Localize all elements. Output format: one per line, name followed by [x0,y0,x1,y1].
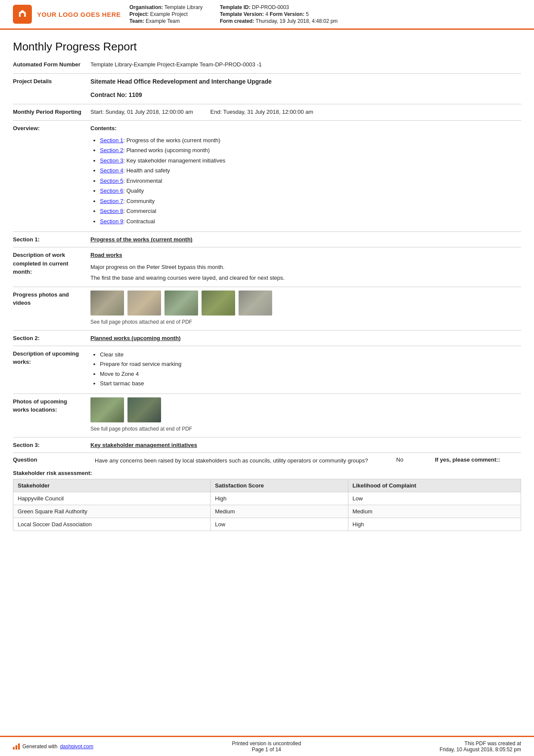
contents-item: Section 5: Environmental [100,177,521,185]
overview-label: Overview: [13,124,90,133]
question-text: Have any concerns been raised by local s… [95,456,392,465]
contents-link[interactable]: Section 1 [100,137,123,144]
description-work-label: Description of work completed in current… [13,251,90,276]
footer-link[interactable]: dashpivot.com [60,744,93,750]
section1-title: Progress of the works (current month) [90,236,192,243]
form-created-field: Form created: Thursday, 19 July 2018, 4:… [220,18,338,24]
contents-link[interactable]: Section 2 [100,147,123,153]
progress-photos-label: Progress photos and videos [13,291,90,307]
contents-link[interactable]: Section 5 [100,178,123,184]
contents-item: Section 1: Progress of the works (curren… [100,136,521,145]
footer-right-line2: Friday, 10 August 2018, 8:05:52 pm [440,747,521,753]
description-work-row: Description of work completed in current… [13,251,521,282]
footer-left: Generated with dashpivot.com [13,744,93,750]
header-meta-right: Template ID: DP-PROD-0003 Template Versi… [220,4,338,24]
table-header: Stakeholder [13,479,211,492]
upcoming-works-item: Prepare for road service marking [100,360,521,369]
upcoming-works-label: Description of upcoming works: [13,350,90,366]
contents-item: Section 3: Key stakeholder management in… [100,156,521,165]
contents-link[interactable]: Section 8 [100,208,123,214]
page-footer: Generated with dashpivot.com Printed ver… [0,736,534,756]
contents-desc: : Planned works (upcoming month) [123,147,210,153]
divider-2 [13,104,521,104]
photo-thumb-3 [165,291,198,316]
main-content: Monthly Progress Report Automated Form N… [0,30,534,736]
progress-photos-row: Progress photos and videos See full page… [13,291,521,326]
footer-center-line2: Page 1 of 14 [232,747,301,753]
footer-right: This PDF was created at Friday, 10 Augus… [440,740,521,753]
contents-link[interactable]: Section 3 [100,157,123,164]
table-header: Satisfaction Score [211,479,348,492]
footer-center: Printed version is uncontrolled Page 1 o… [232,740,301,753]
divider-4 [13,231,521,232]
project-details-label: Project Details [13,77,90,86]
photo-thumb-4 [202,291,235,316]
contents-link[interactable]: Section 9 [100,218,123,225]
work-desc2: The first the base and wearing courses w… [90,274,521,282]
divider-11 [13,453,521,453]
footer-center-line1: Printed version is uncontrolled [232,740,301,747]
upcoming-photos-row: Photos of upcoming works locations: See … [13,397,521,433]
section3-heading-row: Section 3: Key stakeholder management in… [13,442,521,448]
divider-1 [13,73,521,74]
contents-desc: : Progress of the works (current month) [123,137,220,144]
section1-label: Section 1: [13,236,90,243]
question-label: Question [13,456,90,463]
upcoming-works-item: Start tarmac base [100,379,521,388]
question-answer: No [396,456,431,463]
divider-7 [13,330,521,331]
contents-item: Section 9: Contractual [100,217,521,226]
table-row: Happyville CouncilHighLow [13,492,521,505]
upcoming-works-row: Description of upcoming works: Clear sit… [13,350,521,389]
section3-title: Key stakeholder management initiatives [90,442,197,448]
table-row: Local Soccer Dad AssociationLowHigh [13,518,521,531]
work-title: Road works [90,251,521,259]
overview-value: Contents: Section 1: Progress of the wor… [90,124,521,227]
stakeholder-table: StakeholderSatisfaction ScoreLikelihood … [13,479,521,531]
logo-icon [13,5,32,24]
upcoming-works-value: Clear sitePrepare for road service marki… [90,350,521,389]
team-field: Team: Example Team [130,18,203,24]
contents-desc: : Environmental [123,178,162,184]
photos-caption-1: See full page photos attached at end of … [90,318,521,326]
photos-row-2 [90,397,521,422]
section2-label: Section 2: [13,335,90,341]
progress-photos-value: See full page photos attached at end of … [90,291,521,326]
contents-item: Section 4: Health and safety [100,166,521,175]
report-title: Monthly Progress Report [13,40,521,53]
contents-desc: : Key stakeholder management initiatives [123,157,225,164]
contents-desc: : Health and safety [123,167,170,174]
table-cell: High [211,492,348,505]
contents-link[interactable]: Section 6 [100,187,123,194]
monthly-period-label: Monthly Period Reporting [13,108,90,116]
automated-form-number-row: Automated Form Number Template Library-E… [13,60,521,69]
divider-3 [13,120,521,121]
footer-generated-text: Generated with [22,744,57,750]
contents-link[interactable]: Section 4 [100,167,123,174]
divider-8 [13,346,521,346]
work-desc1: Major progress on the Peter Street bypas… [90,263,521,272]
automated-form-number-label: Automated Form Number [13,60,90,69]
table-cell: Medium [211,505,348,518]
logo-area: YOUR LOGO GOES HERE [13,4,121,24]
logo-text: YOUR LOGO GOES HERE [37,11,121,18]
photo-thumb-1 [90,291,124,316]
upcoming-photo-2 [127,397,161,422]
header-meta-left: Organisation: Template Library Project: … [130,4,203,24]
contents-list: Section 1: Progress of the works (curren… [90,136,521,226]
upcoming-works-list: Clear sitePrepare for road service marki… [90,350,521,388]
contents-desc: : Community [123,198,155,204]
photos-caption-2: See full page photos attached at end of … [90,425,521,433]
table-cell: Local Soccer Dad Association [13,518,211,531]
upcoming-photos-label: Photos of upcoming works locations: [13,397,90,414]
template-id-field: Template ID: DP-PROD-0003 [220,4,338,10]
stakeholder-section: Stakeholder risk assessment: Stakeholder… [13,470,521,531]
footer-right-line1: This PDF was created at [440,740,521,747]
contents-desc: : Contractual [123,218,155,225]
table-row: Green Square Rail AuthorityMediumMedium [13,505,521,518]
question-row: Question Have any concerns been raised b… [13,456,521,465]
table-cell: Green Square Rail Authority [13,505,211,518]
table-cell: Medium [348,505,521,518]
upcoming-photos-value: See full page photos attached at end of … [90,397,521,433]
contents-link[interactable]: Section 7 [100,198,123,204]
